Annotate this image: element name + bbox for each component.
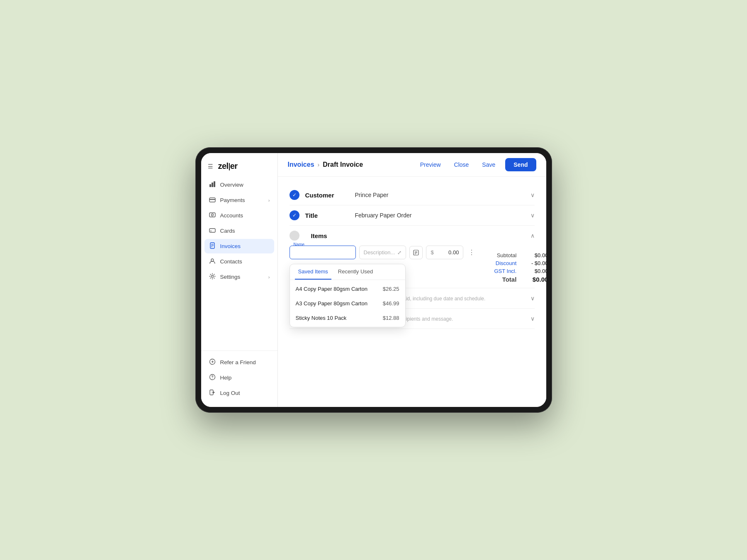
svg-rect-5 xyxy=(209,213,215,217)
sidebar-item-label: Help xyxy=(220,375,232,381)
sidebar-item-refer[interactable]: Refer a Friend xyxy=(204,355,274,370)
title-label: Title xyxy=(305,212,347,219)
topbar-actions: Preview Close Save Send xyxy=(417,158,536,171)
tablet-screen: ☰ zeler Overview Payments xyxy=(201,153,546,407)
hamburger-icon[interactable]: ☰ xyxy=(208,163,213,170)
item-price: $26.25 xyxy=(383,286,399,292)
sidebar-item-label: Settings xyxy=(220,274,241,280)
svg-rect-0 xyxy=(209,184,211,187)
list-item[interactable]: Sticky Notes 10 Pack $12.88 xyxy=(290,311,405,325)
breadcrumb: Invoices › Draft Invoice xyxy=(288,161,414,168)
app-logo: zeler xyxy=(218,161,238,171)
subtotal-value: $0.00 xyxy=(523,252,546,258)
title-check: ✓ xyxy=(290,210,299,220)
main-content: Invoices › Draft Invoice Preview Close S… xyxy=(278,153,546,407)
title-value[interactable]: February Paper Order xyxy=(347,212,527,219)
sidebar-item-help[interactable]: Help xyxy=(204,370,274,385)
svg-rect-8 xyxy=(210,231,212,231)
sidebar-item-overview[interactable]: Overview xyxy=(204,178,274,192)
total-label: Total xyxy=(483,276,516,283)
payments-chevron: › xyxy=(268,198,270,203)
price-amount: 0.00 xyxy=(436,249,459,256)
dropdown-items-list: A4 Copy Paper 80gsm Carton $26.25 A3 Cop… xyxy=(290,280,405,327)
item-name: A4 Copy Paper 80gsm Carton xyxy=(296,286,367,292)
settings-chevron: › xyxy=(268,275,270,280)
customer-row: ✓ Customer Prince Paper ∨ xyxy=(290,185,535,205)
item-more-button[interactable]: ⋮ xyxy=(467,247,477,258)
sidebar-item-cards[interactable]: Cards xyxy=(204,224,274,238)
item-name-input[interactable] xyxy=(290,246,356,259)
sidebar-item-label: Payments xyxy=(220,197,245,203)
customer-value[interactable]: Prince Paper xyxy=(347,192,527,198)
desc-placeholder: Description... xyxy=(364,249,395,256)
svg-rect-7 xyxy=(209,229,215,232)
customer-check: ✓ xyxy=(290,190,299,200)
breadcrumb-invoices-link[interactable]: Invoices xyxy=(288,161,314,168)
gst-value: $0.00 xyxy=(523,268,546,274)
svg-rect-4 xyxy=(209,199,215,200)
accounts-icon xyxy=(209,212,216,219)
tablet-device: ☰ zeler Overview Payments xyxy=(195,147,552,413)
preview-button[interactable]: Preview xyxy=(417,160,444,170)
sidebar-item-label: Invoices xyxy=(220,243,241,249)
items-totals: Subtotal $0.00 Discount - $0.00 GST Incl… xyxy=(483,246,546,283)
sidebar-item-label: Contacts xyxy=(220,258,242,265)
gst-label: GST Incl. xyxy=(483,268,516,274)
svg-point-14 xyxy=(211,275,213,278)
refer-icon xyxy=(209,358,216,366)
cards-icon xyxy=(209,227,216,235)
help-icon xyxy=(209,374,216,382)
title-chevron-icon[interactable]: ∨ xyxy=(530,212,535,219)
item-name: Sticky Notes 10 Pack xyxy=(296,315,347,321)
expand-icon[interactable]: ⤢ xyxy=(397,250,401,256)
payments-icon xyxy=(209,196,216,204)
dropdown-tabs: Saved Items Recently Used xyxy=(290,264,405,280)
sidebar-item-invoices[interactable]: Invoices xyxy=(204,239,274,253)
app-container: ☰ zeler Overview Payments xyxy=(201,153,546,407)
invoices-icon xyxy=(209,242,216,250)
discount-value: - $0.00 xyxy=(523,260,546,266)
items-header: Items ∧ xyxy=(290,231,535,241)
save-button[interactable]: Save xyxy=(479,160,499,170)
sidebar-item-payments[interactable]: Payments › xyxy=(204,193,274,207)
totals-section: Subtotal $0.00 Discount - $0.00 GST Incl… xyxy=(483,249,546,283)
item-desc-field[interactable]: Description... ⤢ xyxy=(359,246,406,259)
items-chevron-icon[interactable]: ∧ xyxy=(530,232,535,239)
items-section: Items ∧ Name xyxy=(290,226,535,288)
sidebar-bottom: Refer a Friend Help Log Out xyxy=(201,351,277,400)
tab-recently-used[interactable]: Recently Used xyxy=(335,264,377,280)
email-chevron-icon[interactable]: ∨ xyxy=(530,315,535,322)
discount-row: Discount - $0.00 xyxy=(483,260,546,266)
schedule-chevron-icon[interactable]: ∨ xyxy=(530,295,535,302)
sidebar-item-accounts[interactable]: Accounts xyxy=(204,208,274,223)
sidebar-item-label: Refer a Friend xyxy=(220,359,256,365)
item-name: A3 Copy Paper 80gsm Carton xyxy=(296,300,367,307)
sidebar-header: ☰ zeler xyxy=(201,160,277,178)
svg-rect-2 xyxy=(214,181,215,187)
list-item[interactable]: A4 Copy Paper 80gsm Carton $26.25 xyxy=(290,282,405,296)
total-row: Total $0.00 xyxy=(483,276,546,283)
customer-chevron-icon[interactable]: ∨ xyxy=(530,192,535,198)
sidebar-item-label: Cards xyxy=(220,228,235,234)
saved-items-dropdown: Saved Items Recently Used A4 Copy Paper … xyxy=(290,264,406,327)
items-label: Items xyxy=(311,232,353,239)
subtotal-row: Subtotal $0.00 xyxy=(483,252,546,258)
send-button[interactable]: Send xyxy=(505,158,536,171)
sidebar-item-settings[interactable]: Settings › xyxy=(204,270,274,284)
sidebar-item-logout[interactable]: Log Out xyxy=(204,386,274,400)
list-item[interactable]: A3 Copy Paper 80gsm Carton $46.99 xyxy=(290,296,405,311)
customer-label: Customer xyxy=(305,192,347,199)
topbar: Invoices › Draft Invoice Preview Close S… xyxy=(278,153,546,177)
svg-point-17 xyxy=(212,378,212,378)
sidebar: ☰ zeler Overview Payments xyxy=(201,153,278,407)
attachment-button[interactable] xyxy=(409,246,423,259)
item-price-field[interactable]: $ 0.00 xyxy=(426,246,463,259)
tab-saved-items[interactable]: Saved Items xyxy=(295,264,331,280)
close-button[interactable]: Close xyxy=(451,160,472,170)
item-price: $12.88 xyxy=(383,315,399,321)
subtotal-label: Subtotal xyxy=(483,252,516,258)
items-left: Name Description... ⤢ xyxy=(290,246,477,283)
sidebar-item-contacts[interactable]: Contacts xyxy=(204,254,274,269)
breadcrumb-current-page: Draft Invoice xyxy=(323,161,363,168)
breadcrumb-chevron-icon: › xyxy=(318,161,320,168)
